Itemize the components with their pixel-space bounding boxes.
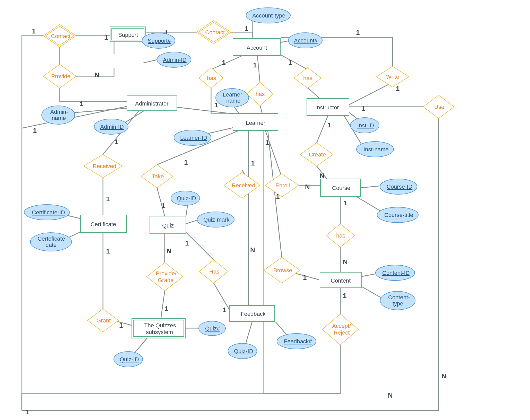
svg-text:Inst-name: Inst-name (363, 146, 389, 153)
svg-text:Learner: Learner (246, 120, 265, 126)
attr-admin-id-s: Admin-ID (157, 52, 191, 67)
svg-text:date: date (46, 242, 57, 248)
rel-write: Write (376, 66, 409, 87)
svg-text:The Quizzes: The Quizzes (144, 322, 176, 329)
rel-has3: has (294, 68, 321, 88)
card: 1 (396, 85, 399, 92)
svg-text:Learner-ID: Learner-ID (180, 135, 207, 141)
svg-text:Received: Received (93, 163, 116, 169)
card: 1 (33, 127, 37, 134)
edge (161, 291, 165, 319)
attr-certificate-id: Certificate-ID (24, 205, 69, 220)
svg-text:Course-ID: Course-ID (387, 183, 412, 190)
rel-use: Use (423, 95, 454, 118)
rel-has2: has (247, 82, 273, 106)
rel-provide: Provide (43, 64, 76, 88)
svg-text:subsystem: subsystem (146, 329, 173, 335)
svg-text:name: name (226, 98, 240, 104)
entity-quizzes-subsystem: The Quizzes subsystem (132, 319, 185, 338)
card: 1 (104, 34, 108, 41)
svg-text:Content: Content (331, 277, 351, 284)
attr-support-no: Support# (142, 33, 175, 48)
svg-text:Inst-ID: Inst-ID (357, 122, 374, 129)
svg-text:Contact: Contact (205, 29, 225, 36)
attr-certificate-date: Certeficate- date (30, 233, 72, 251)
entity-content: Content (320, 272, 362, 288)
entity-learner: Learner (233, 113, 278, 130)
svg-text:Browse: Browse (273, 267, 292, 274)
attr-admin-id-a: Admin-ID (94, 119, 128, 134)
card: 1 (343, 292, 346, 300)
card: 1 (222, 59, 225, 66)
edge (279, 54, 308, 69)
edge (60, 87, 129, 102)
card: 1 (185, 239, 189, 247)
svg-text:Support: Support (118, 32, 138, 38)
svg-text:has: has (336, 232, 345, 239)
svg-text:Course-title: Course-title (384, 212, 413, 218)
card: 1 (80, 100, 83, 108)
svg-text:Account#: Account# (294, 37, 318, 44)
attr-quiz-mark: Quiz-mark (197, 212, 234, 227)
svg-text:Write: Write (386, 74, 399, 80)
entity-course: Course (320, 179, 360, 196)
svg-text:Grant: Grant (97, 317, 111, 324)
attr-course-title: Course-title (377, 207, 418, 223)
attr-account-no: Account# (288, 33, 322, 48)
svg-text:Quiz: Quiz (162, 222, 174, 229)
attr-inst-name: Inst-name (357, 142, 394, 157)
card: 1 (32, 27, 36, 35)
card: 1 (245, 25, 248, 32)
attr-inst-id: Inst-ID (350, 118, 379, 133)
edge (260, 105, 264, 394)
card: N (320, 172, 325, 180)
attr-quiz-id2: Quiz-ID (114, 352, 143, 367)
attr-content-id: Content-ID (376, 265, 415, 281)
card: 1 (115, 138, 118, 146)
edge (317, 115, 328, 143)
card: 1 (222, 306, 226, 314)
entity-account: Account (233, 39, 280, 56)
svg-text:Create: Create (309, 151, 326, 158)
card: 1 (184, 159, 188, 166)
edge (22, 386, 439, 410)
svg-text:Certificate: Certificate (91, 221, 116, 227)
svg-text:Support#: Support# (148, 38, 171, 44)
attr-course-id: Course-ID (380, 179, 417, 194)
rel-has1: has (199, 68, 223, 88)
attr-learner-id: Learner-ID (174, 130, 211, 145)
svg-text:Content-: Content- (388, 294, 410, 301)
svg-text:Feedback: Feedback (241, 311, 266, 317)
card: N (441, 372, 446, 380)
edge (347, 82, 393, 106)
rel-provide-grade: Provide/ Grade (147, 262, 183, 291)
rel-grant: Grant (88, 309, 118, 332)
svg-text:Quiz-mark: Quiz-mark (203, 216, 230, 223)
card: 1 (288, 59, 292, 66)
svg-marker-58 (147, 262, 183, 291)
card: N (343, 258, 348, 266)
card: 1 (106, 195, 110, 203)
card: 1 (25, 408, 29, 416)
rel-received-fb: Received (224, 172, 260, 198)
svg-text:Feedback#: Feedback# (284, 338, 312, 345)
attr-feedback-no: Feedback# (277, 334, 316, 349)
rel-enroll: Enroll (265, 174, 299, 197)
rel-has-quiz: Has (199, 260, 228, 283)
svg-text:Provide/: Provide/ (156, 270, 177, 277)
svg-text:Quiz-ID: Quiz-ID (234, 348, 253, 354)
svg-text:Course: Course (332, 185, 350, 191)
svg-text:Grade: Grade (158, 277, 173, 283)
card: N (305, 183, 310, 191)
svg-text:Enroll: Enroll (275, 182, 290, 189)
svg-text:Admin-: Admin- (50, 109, 68, 115)
attr-account-type: Account-type (246, 8, 290, 23)
svg-text:Accept/: Accept/ (332, 323, 351, 329)
rel-take: Take (141, 165, 173, 188)
card: 1 (327, 121, 331, 129)
card: 1 (106, 247, 110, 255)
card: 1 (253, 61, 257, 69)
rel-received-cert: Received (84, 154, 122, 178)
edge (22, 345, 340, 410)
card: 1 (165, 305, 168, 312)
